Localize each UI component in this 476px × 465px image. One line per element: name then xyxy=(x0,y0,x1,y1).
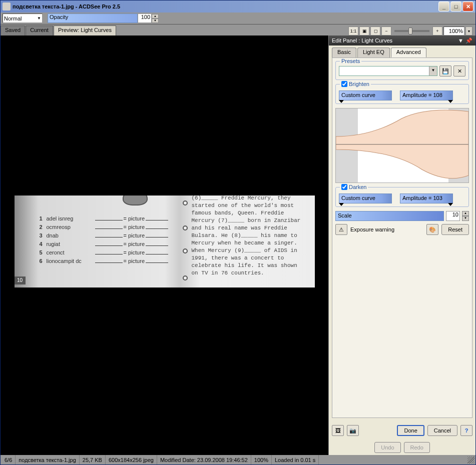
main-area: 1adel isnreg= picture 2ocmreosp= picture… xyxy=(1,36,475,455)
snapshot-button[interactable]: 📷 xyxy=(347,425,359,436)
save-preset-button[interactable]: 💾 xyxy=(439,66,451,76)
zoom-in-button[interactable]: + xyxy=(432,26,442,36)
scale-down[interactable]: ▼ xyxy=(462,216,469,221)
app-icon xyxy=(3,2,11,10)
blend-mode-value: Normal xyxy=(4,16,22,22)
status-loadtime: Loaded in 0.01 s xyxy=(272,455,319,464)
delete-preset-button[interactable]: ✕ xyxy=(453,66,465,76)
tab-basic[interactable]: Basic xyxy=(332,48,356,58)
darken-checkbox[interactable] xyxy=(341,184,347,190)
document-image: 1adel isnreg= picture 2ocmreosp= picture… xyxy=(15,196,315,288)
brighten-label: Brighten xyxy=(349,81,369,87)
top-toolbar: Normal ▼ Opacity 100 ▲ ▼ xyxy=(1,12,475,24)
darken-label: Darken xyxy=(349,184,366,190)
zoom-value: 100% xyxy=(443,26,464,36)
brighten-group: Brighten Custom curve Amplitude = 108 xyxy=(335,84,469,104)
opacity-slider[interactable]: Opacity xyxy=(48,14,138,23)
status-dimensions: 600x184x256 jpeg xyxy=(106,455,157,464)
opacity-control: Opacity 100 ▲ ▼ xyxy=(48,14,159,23)
scale-value[interactable]: 10 xyxy=(446,211,460,221)
zoom-slider[interactable] xyxy=(394,30,429,32)
status-filesize: 25,7 KB xyxy=(80,455,106,464)
brighten-checkbox[interactable] xyxy=(341,81,347,87)
done-row: 🖼 📷 Done Cancel ? xyxy=(329,421,475,440)
preset-dropdown[interactable]: ▼ xyxy=(339,66,437,76)
zoom-thumb[interactable] xyxy=(408,28,412,34)
panel-menu-icon[interactable]: ▼ xyxy=(458,38,463,44)
cancel-button[interactable]: Cancel xyxy=(427,425,457,436)
exercise-right: (6)_____ Freddie Mercury, they started o… xyxy=(192,196,307,277)
opacity-label: Opacity xyxy=(50,14,68,20)
tab-saved[interactable]: Saved xyxy=(1,26,25,36)
maximize-button[interactable]: □ xyxy=(450,2,461,12)
opacity-up[interactable]: ▲ xyxy=(152,14,159,18)
status-index: 6/6 xyxy=(2,455,16,464)
panel-tabs: Basic Light EQ Advanced xyxy=(329,46,475,58)
minimize-button[interactable]: _ xyxy=(438,2,449,12)
darken-amplitude[interactable]: Amplitude = 103 xyxy=(400,194,453,204)
fit-width-button[interactable]: ◻ xyxy=(370,26,380,36)
binder-ring xyxy=(183,276,188,280)
guitar-graphic xyxy=(123,196,148,206)
scale-slider[interactable]: Scale xyxy=(335,211,444,221)
histogram-display[interactable] xyxy=(335,108,469,183)
redo-button[interactable]: Redo xyxy=(404,442,430,453)
actual-size-button[interactable]: 1:1 xyxy=(348,26,358,36)
save-as-button[interactable]: 🖼 xyxy=(332,425,344,436)
binder-ring xyxy=(183,248,188,254)
exercise-left: 1adel isnreg= picture 2ocmreosp= picture… xyxy=(40,214,169,266)
done-button[interactable]: Done xyxy=(397,425,424,436)
app-window: подсветка текста-1.jpg - ACDSee Pro 2.5 … xyxy=(0,0,476,465)
opacity-value[interactable]: 100 xyxy=(138,14,152,23)
chevron-down-icon: ▼ xyxy=(429,66,437,76)
tab-advanced[interactable]: Advanced xyxy=(391,48,426,58)
status-filename: подсветка текста-1.jpg xyxy=(16,455,80,464)
exposure-row: ⚠ Exposure warning 🎨 Reset xyxy=(335,224,469,235)
panel-pin-icon[interactable]: 📌 xyxy=(465,38,472,44)
status-bar: 6/6 подсветка текста-1.jpg 25,7 KB 600x1… xyxy=(1,455,475,464)
reset-button[interactable]: Reset xyxy=(441,224,469,235)
scale-control: Scale 10 ▲ ▼ xyxy=(335,211,469,221)
scale-label: Scale xyxy=(338,212,352,218)
panel-title-text: Edit Panel : Light Curves xyxy=(332,38,392,44)
darken-group: Darken Custom curve Amplitude = 103 xyxy=(335,187,469,207)
close-button[interactable]: ✕ xyxy=(462,2,473,12)
blend-mode-dropdown[interactable]: Normal ▼ xyxy=(3,14,43,23)
presets-label: Presets xyxy=(340,58,361,64)
brighten-curve[interactable]: Custom curve xyxy=(339,90,392,100)
status-modified: Modified Date: 23.09.2008 19:46:52 xyxy=(157,455,251,464)
preview-tabs: Saved Current Preview: Light Curves 1:1 … xyxy=(1,24,475,36)
resize-grip[interactable] xyxy=(467,456,474,464)
darken-curve[interactable]: Custom curve xyxy=(339,194,392,204)
help-button[interactable]: ? xyxy=(460,425,472,436)
panel-content: Presets ▼ 💾 ✕ Brighten xyxy=(332,58,472,418)
panel-titlebar: Edit Panel : Light Curves ▼ 📌 xyxy=(329,36,475,46)
color-picker-button[interactable]: 🎨 xyxy=(426,224,438,235)
binder-ring xyxy=(183,200,188,206)
brighten-curve-graph xyxy=(336,108,468,144)
status-zoom: 100% xyxy=(251,455,272,464)
undo-row: Undo Redo xyxy=(329,440,475,455)
tab-preview[interactable]: Preview: Light Curves xyxy=(54,26,116,36)
darken-curve-graph xyxy=(336,144,468,183)
opacity-down[interactable]: ▼ xyxy=(152,18,159,23)
fit-image-button[interactable]: ▣ xyxy=(359,26,369,36)
window-title: подсветка текста-1.jpg - ACDSee Pro 2.5 xyxy=(13,4,120,10)
tab-lighteq[interactable]: Light EQ xyxy=(357,48,390,58)
brighten-amplitude[interactable]: Amplitude = 108 xyxy=(400,90,453,100)
exposure-warning-label: Exposure warning xyxy=(350,226,423,232)
image-viewer[interactable]: 1adel isnreg= picture 2ocmreosp= picture… xyxy=(1,36,328,455)
undo-button[interactable]: Undo xyxy=(374,442,400,453)
scale-up[interactable]: ▲ xyxy=(462,211,469,216)
tab-current[interactable]: Current xyxy=(26,26,53,36)
zoom-out-button[interactable]: − xyxy=(381,26,391,36)
exposure-warning-icon[interactable]: ⚠ xyxy=(335,224,347,235)
presets-group: Presets ▼ 💾 ✕ xyxy=(335,61,469,80)
binder-ring xyxy=(183,226,188,230)
chevron-down-icon: ▼ xyxy=(37,16,41,20)
page-number: 10 xyxy=(15,276,26,284)
titlebar: подсветка текста-1.jpg - ACDSee Pro 2.5 … xyxy=(1,0,475,12)
edit-panel: Edit Panel : Light Curves ▼ 📌 Basic Ligh… xyxy=(328,36,475,455)
zoom-dropdown[interactable]: ▼ xyxy=(465,26,472,36)
